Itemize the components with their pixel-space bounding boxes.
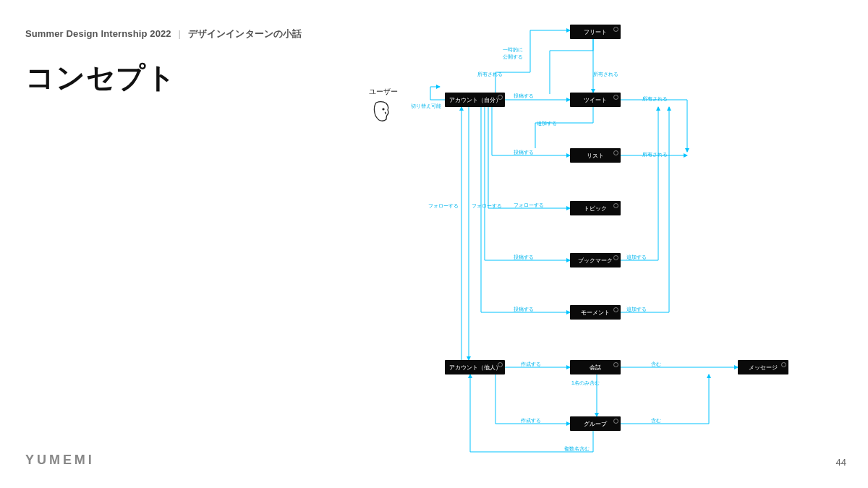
edge-switchable: 切り替え可能 bbox=[411, 103, 441, 110]
edge-temp-public: 一時的に 公開する bbox=[503, 46, 523, 61]
edge-publish4: 投稿する bbox=[514, 306, 534, 313]
edge-owned1: 所有される bbox=[593, 71, 618, 78]
node-fleet: フリート bbox=[570, 25, 621, 39]
gear-icon bbox=[613, 27, 618, 32]
header-right: デザインインターンの小話 bbox=[188, 28, 302, 39]
edge-add2: 追加する bbox=[626, 254, 647, 261]
edge-publish3: 投稿する bbox=[514, 254, 534, 261]
node-topic: トピック bbox=[570, 201, 621, 215]
header-sep: | bbox=[178, 28, 181, 39]
edge-add3: 追加する bbox=[626, 306, 647, 313]
gear-icon bbox=[613, 95, 618, 100]
edge-contain2: 含む bbox=[651, 417, 661, 424]
edge-follow2: フォローする bbox=[472, 202, 502, 210]
edge-contain-many: 複数名含む bbox=[564, 445, 590, 453]
diagram-wires bbox=[347, 14, 854, 477]
node-list-label: リスト bbox=[587, 152, 604, 160]
node-message-label: メッセージ bbox=[749, 364, 778, 372]
node-group-label: グループ bbox=[584, 420, 607, 428]
gear-icon bbox=[613, 307, 618, 312]
edge-contain1: 含む bbox=[651, 361, 661, 368]
edge-owned3: 所有される bbox=[642, 151, 668, 158]
edge-follow3: フォローする bbox=[514, 202, 544, 209]
brand-logo: YUMEMI bbox=[25, 453, 95, 468]
edge-create1: 作成する bbox=[521, 361, 541, 368]
gear-icon bbox=[613, 150, 618, 155]
node-fleet-label: フリート bbox=[584, 28, 607, 36]
gear-icon bbox=[781, 362, 786, 367]
edge-publish2: 投稿する bbox=[514, 149, 534, 156]
node-bookmark-label: ブックマーク bbox=[578, 257, 613, 265]
concept-diagram: ユーザー bbox=[347, 14, 854, 477]
edge-add: 追加する bbox=[537, 120, 557, 127]
gear-icon bbox=[613, 362, 618, 367]
header-left: Summer Design Internship 2022 bbox=[25, 28, 171, 39]
node-moment: モーメント bbox=[570, 305, 621, 320]
node-bookmark: ブックマーク bbox=[570, 253, 621, 267]
gear-icon bbox=[613, 419, 618, 424]
node-list: リスト bbox=[570, 148, 621, 163]
node-tweet-label: ツイート bbox=[584, 96, 607, 104]
gear-icon bbox=[498, 362, 503, 367]
edge-publish1: 投稿する bbox=[514, 93, 534, 100]
edge-shared: 所有される bbox=[477, 71, 503, 78]
node-account-self: アカウント（自分） bbox=[445, 93, 505, 107]
page-title: コンセプト bbox=[25, 58, 176, 98]
node-account-other-label: アカウント（他人） bbox=[449, 364, 501, 372]
edge-create2: 作成する bbox=[521, 417, 541, 424]
node-group: グループ bbox=[570, 416, 621, 431]
node-moment-label: モーメント bbox=[581, 309, 610, 317]
gear-icon bbox=[613, 255, 618, 260]
node-tweet: ツイート bbox=[570, 93, 621, 107]
edge-contain-one: 1名のみ含む bbox=[571, 380, 600, 387]
edge-follow1: フォローする bbox=[428, 202, 459, 210]
edge-owned2: 所有される bbox=[642, 95, 668, 103]
node-message: メッセージ bbox=[738, 360, 788, 374]
node-conversation: 会話 bbox=[570, 360, 621, 374]
node-conversation-label: 会話 bbox=[590, 364, 601, 372]
node-topic-label: トピック bbox=[584, 205, 607, 213]
gear-icon bbox=[498, 95, 503, 100]
node-account-self-label: アカウント（自分） bbox=[449, 96, 501, 104]
gear-icon bbox=[613, 203, 618, 208]
node-account-other: アカウント（他人） bbox=[445, 360, 505, 374]
slide-header: Summer Design Internship 2022 | デザインインター… bbox=[25, 27, 302, 40]
